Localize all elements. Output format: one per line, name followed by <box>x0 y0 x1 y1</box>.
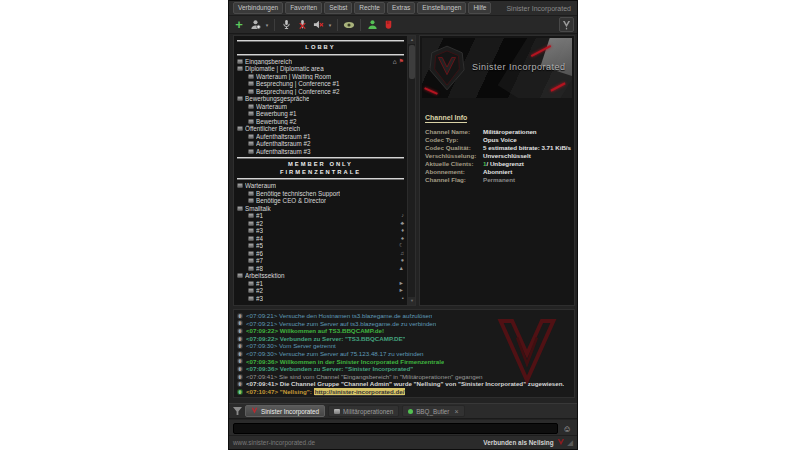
capture-profile-button[interactable] <box>279 18 293 32</box>
chat-timestamp: <07:09:21> <box>246 320 277 327</box>
speaker-muted-icon <box>313 19 324 30</box>
channel-row[interactable]: #2 ► <box>235 287 406 295</box>
scroll-thumb[interactable] <box>409 45 415 79</box>
channel-badge-icon: ► <box>399 287 404 295</box>
teamspeak-window: Verbindungen Favoriten Selbst Rechte Ext… <box>228 0 578 450</box>
channel-row[interactable]: Besprechung | Conference #2 <box>235 88 406 96</box>
menu-item-extras[interactable]: Extras <box>387 2 415 15</box>
spacer-firmenzentrale[interactable]: FIRMENZENTRALE <box>235 169 406 177</box>
channel-row[interactable]: #4 ♠ <box>235 235 406 243</box>
desktop-canvas: Verbindungen Favoriten Selbst Rechte Ext… <box>0 0 800 450</box>
channel-icon <box>248 111 254 116</box>
channel-row[interactable]: Arbeitssektion <box>235 272 406 280</box>
close-icon[interactable]: × <box>454 408 458 415</box>
channel-label: Warteraum <box>245 182 276 190</box>
subscribe-all-button[interactable] <box>342 18 356 32</box>
channel-row[interactable]: Bewerbung #1 <box>235 110 406 118</box>
info-bullet-icon: i <box>237 320 243 326</box>
resize-grip[interactable]: ◢ <box>568 439 573 446</box>
channel-row[interactable]: Aufenthaltsraum #3 <box>235 148 406 156</box>
menu-item-selbst[interactable]: Selbst <box>324 2 352 15</box>
channel-row[interactable]: Eingangsbereich ⌂ ⚑ <box>235 58 406 66</box>
watermark-logo-icon <box>494 314 560 394</box>
channel-row[interactable]: Diplomatie | Diplomatic area <box>235 65 406 73</box>
channel-row[interactable]: #8 ▲ <box>235 265 406 273</box>
connection-status-text: Verbunden als Nellsing <box>483 439 553 446</box>
channel-row[interactable]: Warteraum <box>235 103 406 111</box>
channel-label: #5 <box>256 242 263 250</box>
filter-funnel-icon[interactable] <box>233 407 242 416</box>
menu-item-verbindungen[interactable]: Verbindungen <box>233 2 283 15</box>
channel-badge-icon: ☾ <box>399 242 404 250</box>
channel-row[interactable]: Aufenthaltsraum #2 <box>235 140 406 148</box>
server-banner[interactable]: Sinister Incorporated <box>422 38 572 98</box>
tab-client-icon <box>408 409 413 414</box>
banner-title: Sinister Incorporated <box>472 62 566 72</box>
menu-item-rechte[interactable]: Rechte <box>354 2 385 15</box>
channel-row[interactable]: #2 ♣ <box>235 220 406 228</box>
info-value: Permanent <box>483 176 515 184</box>
channel-row[interactable]: Warteraum | Waiting Room <box>235 73 406 81</box>
menu-bar: Verbindungen Favoriten Selbst Rechte Ext… <box>229 1 577 16</box>
channel-row[interactable]: #6 ♫ <box>235 250 406 258</box>
info-bullet-icon: i <box>237 374 243 380</box>
info-panel: Sinister Incorporated Channel Info Chann… <box>419 35 575 306</box>
menu-item-hilfe[interactable]: Hilfe <box>468 2 491 15</box>
channel-row[interactable]: Smalltalk <box>235 205 406 213</box>
spacer-member-only[interactable]: MEMBER ONLY <box>235 161 406 169</box>
channel-icon <box>248 198 254 203</box>
channel-row[interactable]: #1 ♪ <box>235 212 406 220</box>
chat-timestamp: <07:09:22> <box>246 327 278 334</box>
scroll-up-icon[interactable]: ▲ <box>408 36 416 44</box>
channel-badge-icon: ♪ <box>401 212 404 220</box>
add-bookmark-button[interactable]: + <box>232 18 246 32</box>
channel-icon <box>248 236 254 241</box>
channel-row[interactable]: #3 ▪ <box>235 295 406 303</box>
channel-row[interactable]: Benötige technischen Support <box>235 190 406 198</box>
channel-row[interactable]: Warteraum <box>235 182 406 190</box>
info-label: Abonnement: <box>425 168 483 176</box>
channel-row[interactable]: Bewerbung #2 <box>235 118 406 126</box>
channel-icon <box>248 149 254 154</box>
channel-row[interactable]: Öffentlicher Bereich <box>235 125 406 133</box>
away-dropdown-caret-icon[interactable]: ▾ <box>264 22 270 28</box>
channel-badge-icon: ♣ <box>400 220 404 228</box>
channel-info-row: Codec Typ: Opus Voice <box>425 136 570 144</box>
scroll-down-icon[interactable]: ▼ <box>408 297 416 305</box>
server-logo-button[interactable] <box>559 17 574 32</box>
channel-row[interactable]: Bewerbungsgespräche <box>235 95 406 103</box>
mute-speakers-button[interactable] <box>311 18 325 32</box>
emoticon-button[interactable]: ☺ <box>561 423 573 435</box>
away-status-button[interactable] <box>248 18 262 32</box>
server-website-link[interactable]: www.sinister-incorporated.de <box>233 439 315 446</box>
channel-info-row: Channel Flag: Permanent <box>425 176 570 184</box>
channel-label: Bewerbung #1 <box>256 110 297 118</box>
channel-row[interactable]: Aufenthaltsraum #1 <box>235 133 406 141</box>
channel-label: Aufenthaltsraum #3 <box>256 148 311 156</box>
tab-server-sinister-incorporated[interactable]: Sinister Incorporated <box>245 405 325 417</box>
tab-client-bbq-butler[interactable]: BBQ_Butler × <box>402 405 464 417</box>
channel-row[interactable]: #5 ☾ <box>235 242 406 250</box>
channel-row[interactable]: Benötige CEO & Director <box>235 197 406 205</box>
mute-dropdown-caret-icon[interactable]: ▾ <box>327 22 333 28</box>
channel-row[interactable]: #3 ♦ <box>235 227 406 235</box>
do-not-disturb-button[interactable] <box>381 18 395 32</box>
menu-item-favoriten[interactable]: Favoriten <box>285 2 322 15</box>
chat-input[interactable] <box>233 423 558 434</box>
channel-row[interactable]: #1 ► <box>235 280 406 288</box>
channel-row[interactable]: Besprechung | Conference #1 <box>235 80 406 88</box>
channel-label: Smalltalk <box>245 205 271 213</box>
spacer-lobby[interactable]: LOBBY <box>235 44 406 52</box>
contacts-button[interactable] <box>365 18 379 32</box>
tab-channel-militaeroperationen[interactable]: Militäroperationen <box>328 405 399 417</box>
channel-row[interactable]: #7 ● <box>235 257 406 265</box>
channel-label: Besprechung | Conference #1 <box>256 80 340 88</box>
info-value: 5 estimated bitrate: 3.71 KiB/s <box>483 144 571 152</box>
chat-timestamp: <07:09:36> <box>246 365 278 372</box>
tree-scrollbar[interactable]: ▲ ▼ <box>407 36 415 305</box>
menu-item-einstellungen[interactable]: Einstellungen <box>417 2 466 15</box>
mute-microphone-button[interactable] <box>295 18 309 32</box>
chat-link[interactable]: http://sinister-incorporated.de/ <box>314 388 406 395</box>
microphone-icon <box>281 19 292 30</box>
channel-icon <box>248 281 254 286</box>
